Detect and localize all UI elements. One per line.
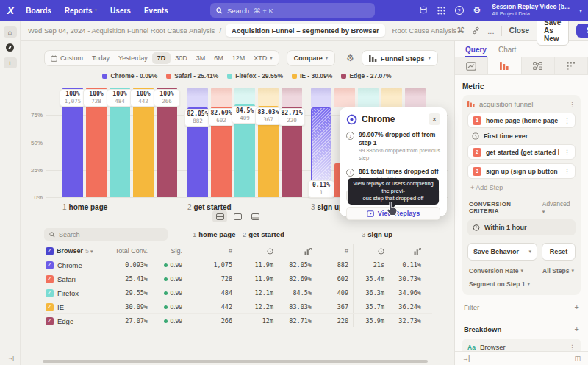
legend-item-firefox[interactable]: Firefox - 29.55% — [227, 72, 283, 79]
layout-chart-toggle[interactable] — [230, 210, 245, 222]
settings-gear-icon[interactable]: ⚙ — [473, 6, 481, 15]
column-browser[interactable]: ✓Browser5▾ — [44, 244, 110, 258]
conversion-window-control[interactable]: Within 1 hour — [467, 219, 576, 235]
metric-name[interactable]: acquisition funnel — [479, 100, 564, 108]
range-xtd[interactable]: XTD▾ — [249, 54, 277, 62]
mixpanel-logo[interactable]: X — [7, 4, 15, 16]
table-row-chrome[interactable]: ✓Chrome0.093%0.991,07511.9m82.05%88221s0… — [44, 258, 432, 272]
reset-button[interactable]: Reset — [542, 243, 576, 261]
horizontal-scrollbar[interactable] — [43, 360, 428, 363]
first-time-ever-filter[interactable]: First time ever — [467, 132, 576, 144]
kebab-menu-icon[interactable]: ⋮ — [564, 168, 570, 175]
row-checkbox[interactable]: ✓ — [46, 289, 54, 297]
flows-report-icon[interactable] — [522, 57, 555, 74]
project-switcher[interactable]: Session Replay Video (b... All Project D… — [492, 4, 570, 17]
docs-panel-icon[interactable]: ◫ — [574, 355, 581, 362]
segment-on-step-dropdown[interactable]: Segment on Step 1▾ — [469, 280, 530, 288]
help-icon[interactable]: ? — [455, 6, 464, 15]
count-column-icon[interactable]: # — [187, 244, 237, 258]
time-column-icon[interactable] — [237, 244, 278, 258]
tab-chart[interactable]: Chart — [498, 46, 516, 57]
range-today[interactable]: Today — [87, 54, 114, 62]
select-all-checkbox[interactable]: ✓ — [46, 247, 54, 255]
view-mode-button[interactable]: Funnel Steps ▾ — [362, 50, 438, 66]
global-search-input[interactable]: Search ⌘ + K — [210, 3, 375, 18]
funnel-step-1[interactable]: 1home page (home page view)⋮ — [467, 113, 576, 128]
add-filter-button[interactable]: + — [575, 302, 579, 311]
copy-link-icon[interactable] — [472, 26, 480, 35]
report-title[interactable]: Acquisition Funnel – segmented by Browse… — [226, 24, 385, 37]
row-significance: 0.99 — [152, 300, 187, 313]
column-total-conv[interactable]: Total Conv. — [110, 244, 152, 258]
funnel-step-3[interactable]: 3sign up (sign up button click)⋮ — [467, 163, 576, 179]
table-row-firefox[interactable]: ✓Firefox29.55%0.9948412.1m84.5%40936.3m3… — [44, 286, 432, 300]
retention-report-icon[interactable] — [555, 57, 588, 74]
range-30d[interactable]: 30D — [171, 54, 192, 62]
legend-item-ie[interactable]: IE - 30.09% — [292, 72, 332, 79]
insights-report-icon[interactable] — [455, 57, 488, 74]
conversion-criteria-label: CONVERSION CRITERIA — [469, 201, 542, 214]
breakdown-item-browser[interactable]: Aa Browser ⋮ — [462, 339, 581, 351]
advanced-dropdown[interactable]: Advanced ▾ — [542, 200, 574, 215]
all-steps-dropdown[interactable]: All Steps▾ — [542, 267, 574, 274]
count-column-icon[interactable]: # — [316, 244, 353, 258]
conversion-rate-dropdown[interactable]: Conversion Rate▾ — [469, 267, 523, 274]
range-3m[interactable]: 3M — [192, 54, 210, 62]
range-custom[interactable]: Custom — [46, 54, 87, 62]
home-icon[interactable]: ⌂ — [4, 26, 17, 38]
column-sig[interactable]: Sig. — [152, 244, 187, 258]
kebab-menu-icon[interactable]: ⋮ — [569, 101, 576, 108]
legend-item-chrome[interactable]: Chrome - 0.09% — [102, 72, 157, 79]
add-breakdown-button[interactable]: + — [575, 325, 579, 333]
nav-item-users[interactable]: Users — [110, 7, 131, 15]
table-row-ie[interactable]: ✓IE30.09%0.9944212.2m83.03%36735.7m36.24… — [44, 300, 432, 313]
legend-item-safari[interactable]: Safari - 25.41% — [166, 72, 218, 79]
row-checkbox[interactable]: ✓ — [46, 275, 54, 283]
add-step-button[interactable]: + Add Step — [467, 182, 576, 197]
dropoff-cap-edge — [405, 88, 426, 107]
explore-compass-icon[interactable] — [4, 42, 17, 53]
range-7d[interactable]: 7D — [152, 52, 171, 64]
legend-item-edge[interactable]: Edge - 27.07% — [341, 72, 391, 79]
command-icon[interactable]: ⌘ — [456, 26, 465, 35]
kebab-menu-icon[interactable]: ⋮ — [564, 117, 570, 124]
save-button[interactable]: Save — [576, 24, 588, 38]
tab-query[interactable]: Query — [465, 46, 487, 57]
row-checkbox[interactable]: ✓ — [46, 261, 54, 269]
range-6m[interactable]: 6M — [209, 54, 228, 62]
nav-item-boards[interactable]: Boards — [26, 7, 51, 15]
collapse-panel-icon[interactable]: →| — [462, 355, 469, 362]
funnel-step-2[interactable]: 2get started (get started button click)⋮ — [467, 144, 576, 160]
row-checkbox[interactable]: ✓ — [46, 303, 54, 311]
save-behavior-dropdown[interactable]: Save Behavior▾ — [467, 243, 537, 261]
range-12m[interactable]: 12M — [228, 54, 250, 62]
create-new-button[interactable]: + — [4, 57, 17, 68]
more-options-button[interactable]: ... — [487, 26, 494, 35]
nav-item-events[interactable]: Events — [144, 7, 168, 15]
table-search-input[interactable]: Search — [44, 228, 168, 241]
range-yesterday[interactable]: Yesterday — [114, 54, 152, 62]
conversion-column-icon[interactable] — [389, 244, 426, 258]
conversion-column-icon[interactable] — [278, 244, 316, 258]
apps-grid-icon[interactable] — [437, 7, 445, 15]
row-browser-name: ✓Safari — [44, 272, 110, 286]
tab-root-cause-analysis[interactable]: Root Cause Analysis — [392, 26, 457, 35]
close-icon[interactable]: × — [429, 113, 440, 125]
data-management-icon[interactable] — [419, 6, 428, 15]
close-button[interactable]: Close — [509, 26, 529, 35]
layout-split-toggle[interactable] — [212, 210, 227, 222]
collapse-rail-icon[interactable]: →| — [0, 355, 21, 361]
funnels-report-icon[interactable] — [488, 57, 521, 74]
chart-settings-gear-icon[interactable]: ⚙ — [346, 53, 354, 63]
time-column-icon[interactable] — [353, 244, 389, 258]
breadcrumb[interactable]: Wed Sep 04, 2024 - Acquisition Funnel Ro… — [28, 26, 215, 35]
row-browser-name: ✓IE — [44, 300, 110, 313]
table-row-safari[interactable]: ✓Safari25.41%0.9972811.9m82.69%60235.4m3… — [44, 272, 432, 286]
kebab-menu-icon[interactable]: ⋮ — [569, 344, 576, 351]
kebab-menu-icon[interactable]: ⋮ — [564, 149, 570, 156]
row-checkbox[interactable]: ✓ — [46, 317, 54, 325]
nav-item-reports[interactable]: Reports▾ — [65, 7, 97, 15]
table-row-edge[interactable]: ✓Edge27.07%0.9926612m82.71%22035.9m32.73… — [44, 313, 432, 327]
layout-table-toggle[interactable] — [248, 210, 262, 222]
compare-button[interactable]: Compare▾ — [287, 50, 336, 66]
